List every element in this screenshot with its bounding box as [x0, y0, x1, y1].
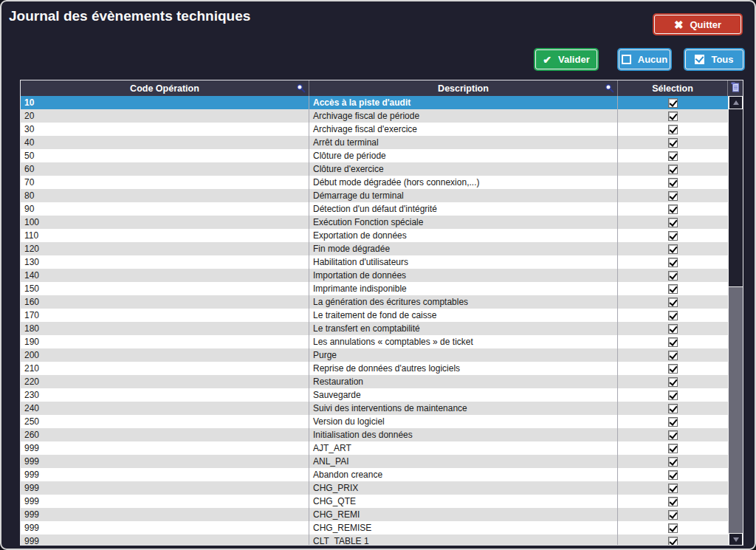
- row-checkbox[interactable]: [668, 510, 678, 520]
- search-icon[interactable]: [296, 83, 306, 95]
- row-checkbox[interactable]: [668, 537, 678, 546]
- row-checkbox[interactable]: [668, 165, 678, 174]
- scroll-down-button[interactable]: [729, 533, 743, 546]
- table-row[interactable]: 60Clôture d'exercice: [21, 162, 728, 176]
- table-row[interactable]: 200Purge: [21, 348, 728, 362]
- row-checkbox[interactable]: [668, 404, 678, 413]
- table-row[interactable]: 999CHG_REMI: [21, 508, 728, 521]
- table-row[interactable]: 80Démarrage du terminal: [21, 189, 728, 202]
- column-header-description[interactable]: Description: [309, 80, 618, 96]
- row-checkbox[interactable]: [668, 204, 678, 214]
- description-cell: Fin mode dégradée: [309, 242, 618, 255]
- code-cell: 240: [21, 402, 309, 415]
- table-row[interactable]: 190Les annulations « comptables » de tic…: [21, 335, 728, 348]
- vertical-scrollbar[interactable]: [728, 96, 743, 546]
- row-checkbox[interactable]: [668, 218, 678, 227]
- column-header-code[interactable]: Code Opération: [21, 80, 309, 96]
- table-row[interactable]: 50Clôture de période: [21, 149, 728, 162]
- row-checkbox[interactable]: [668, 337, 678, 347]
- table-row[interactable]: 30Archivage fiscal d'exercice: [21, 123, 728, 136]
- selection-cell: [618, 242, 728, 255]
- table-row[interactable]: 40Arrêt du terminal: [21, 136, 728, 149]
- table-row[interactable]: 170Le traitement de fond de caisse: [21, 309, 728, 322]
- page-title: Journal des évènements techniques: [9, 8, 250, 24]
- table-row[interactable]: 999CHG_REMISE: [21, 521, 728, 534]
- selection-cell: [618, 428, 728, 441]
- table-row[interactable]: 90Détection d'un défaut d'intégrité: [21, 202, 728, 216]
- table-row[interactable]: 10Accès à la piste d'audit: [21, 96, 728, 109]
- row-checkbox[interactable]: [668, 191, 678, 201]
- table-corner-cell[interactable]: [728, 80, 743, 96]
- table-row[interactable]: 110Exportation de données: [21, 229, 728, 242]
- row-checkbox[interactable]: [668, 298, 678, 307]
- row-checkbox[interactable]: [668, 523, 678, 533]
- scrollbar-thumb[interactable]: [729, 286, 743, 533]
- code-cell: 999: [21, 508, 309, 521]
- table-row[interactable]: 120Fin mode dégradée: [21, 242, 728, 255]
- description-cell: CLT_TABLE 1: [309, 534, 618, 546]
- row-checkbox[interactable]: [668, 284, 678, 294]
- table-row[interactable]: 230Sauvegarde: [21, 388, 728, 402]
- table-row[interactable]: 150Imprimante indisponible: [21, 282, 728, 295]
- select-none-button[interactable]: Aucun: [619, 49, 670, 69]
- scrollbar-track[interactable]: [729, 109, 743, 286]
- table-row[interactable]: 220Restauration: [21, 375, 728, 388]
- table-row[interactable]: 250Version du logiciel: [21, 415, 728, 428]
- code-cell: 30: [21, 123, 309, 136]
- table-row[interactable]: 210Reprise de données d'autres logiciels: [21, 362, 728, 375]
- scroll-up-button[interactable]: [729, 96, 743, 109]
- code-cell: 250: [21, 415, 309, 428]
- row-checkbox[interactable]: [668, 231, 678, 241]
- table-row[interactable]: 260Initialisation des données: [21, 428, 728, 441]
- row-checkbox[interactable]: [668, 497, 678, 506]
- row-checkbox[interactable]: [668, 417, 678, 427]
- table-row[interactable]: 999Abandon creance: [21, 468, 728, 481]
- table-row[interactable]: 180Le transfert en comptabilité: [21, 322, 728, 335]
- validate-button[interactable]: ✔ Valider: [535, 49, 597, 69]
- row-checkbox[interactable]: [668, 98, 678, 108]
- table-row[interactable]: 999CHG_PRIX: [21, 481, 728, 495]
- description-cell: Restauration: [309, 375, 618, 388]
- table-row[interactable]: 160La génération des écritures comptable…: [21, 295, 728, 309]
- row-checkbox[interactable]: [668, 351, 678, 360]
- quit-button[interactable]: ✖ Quitter: [654, 15, 741, 34]
- row-checkbox[interactable]: [668, 430, 678, 440]
- code-cell: 999: [21, 481, 309, 495]
- table-row[interactable]: 20Archivage fiscal de période: [21, 109, 728, 123]
- table-row[interactable]: 100Exécution Fonction spéciale: [21, 216, 728, 229]
- row-checkbox[interactable]: [668, 311, 678, 320]
- row-checkbox[interactable]: [668, 391, 678, 400]
- row-checkbox[interactable]: [668, 271, 678, 281]
- row-checkbox[interactable]: [668, 151, 678, 161]
- description-cell: Accès à la piste d'audit: [309, 96, 618, 109]
- table-row[interactable]: 999CHG_QTE: [21, 495, 728, 508]
- description-cell: Démarrage du terminal: [309, 189, 618, 202]
- table-row[interactable]: 999CLT_TABLE 1: [21, 534, 728, 546]
- row-checkbox[interactable]: [668, 258, 678, 267]
- table-row[interactable]: 140Importation de données: [21, 269, 728, 282]
- row-checkbox[interactable]: [668, 244, 678, 254]
- description-cell: Archivage fiscal d'exercice: [309, 123, 618, 136]
- table-row[interactable]: 240Suivi des interventions de maintenanc…: [21, 402, 728, 415]
- check-icon: ✔: [543, 55, 551, 65]
- row-checkbox[interactable]: [668, 484, 678, 493]
- column-header-selection[interactable]: Sélection: [618, 80, 728, 96]
- row-checkbox[interactable]: [668, 470, 678, 480]
- row-checkbox[interactable]: [668, 178, 678, 188]
- description-cell: Archivage fiscal de période: [309, 109, 618, 123]
- row-checkbox[interactable]: [668, 457, 678, 467]
- table-row[interactable]: 130Habilitation d'utilisateurs: [21, 255, 728, 269]
- row-checkbox[interactable]: [668, 111, 678, 121]
- search-icon[interactable]: [605, 83, 614, 95]
- selection-cell: [618, 216, 728, 229]
- row-checkbox[interactable]: [668, 125, 678, 134]
- row-checkbox[interactable]: [668, 324, 678, 334]
- select-all-button[interactable]: Tous: [685, 49, 743, 69]
- table-row[interactable]: 999AJT_ART: [21, 441, 728, 455]
- row-checkbox[interactable]: [668, 364, 678, 374]
- table-row[interactable]: 70Début mode dégradée (hors connexion,..…: [21, 176, 728, 189]
- row-checkbox[interactable]: [668, 377, 678, 387]
- row-checkbox[interactable]: [668, 444, 678, 453]
- row-checkbox[interactable]: [668, 138, 678, 148]
- table-row[interactable]: 999ANL_PAI: [21, 455, 728, 468]
